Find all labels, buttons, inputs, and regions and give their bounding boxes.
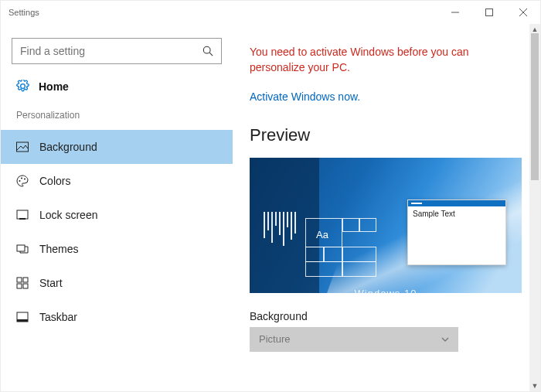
maximize-button[interactable] [472,1,506,24]
lockscreen-icon [16,209,29,221]
sidebar: Home Personalization Background Colors [1,24,233,391]
home-label: Home [39,80,69,93]
svg-point-9 [24,179,26,180]
svg-point-4 [203,46,210,53]
nav-lockscreen[interactable]: Lock screen [1,198,233,232]
main-content: You need to activate Windows before you … [233,24,540,391]
picture-icon [16,141,29,153]
preview-chart-icon [264,212,296,246]
preview-window: Sample Text [407,199,506,265]
svg-rect-11 [19,218,26,220]
home-link[interactable]: Home [1,78,233,102]
background-dropdown[interactable]: Picture [250,327,458,352]
nav-themes[interactable]: Themes [1,232,233,266]
preview-aa: Aa [316,229,328,240]
preview-sample-text: Sample Text [408,206,505,221]
nav-label: Taskbar [39,311,77,323]
scroll-thumb[interactable] [531,33,539,180]
scroll-down-icon[interactable]: ▼ [529,380,540,391]
preview-brand: Windows 10 [355,288,417,293]
search-box[interactable] [12,38,222,64]
chevron-down-icon [441,336,449,343]
nav-taskbar[interactable]: Taskbar [1,300,233,334]
minimize-button[interactable] [438,1,472,24]
close-icon [519,9,527,16]
vertical-scrollbar[interactable]: ▲ ▼ [529,24,540,391]
nav-label: Themes [39,243,79,255]
svg-line-5 [209,53,213,56]
title-bar: Settings [1,1,540,24]
palette-icon [16,175,29,187]
background-label: Background [250,310,523,322]
svg-point-8 [21,178,22,179]
window-controls [438,1,540,24]
svg-rect-12 [17,245,25,251]
svg-rect-18 [17,319,28,322]
maximize-icon [485,9,493,16]
preview-heading: Preview [250,125,523,145]
start-icon [16,277,29,289]
gear-icon [16,80,29,93]
minimize-icon [451,9,459,16]
svg-point-7 [19,180,21,182]
preview-tiles-icon [305,218,390,280]
themes-icon [16,243,29,255]
nav-background[interactable]: Background [1,130,233,164]
nav-label: Colors [39,175,70,187]
background-selected: Picture [259,333,290,345]
nav-label: Background [39,141,97,153]
search-icon [202,46,213,56]
nav-list: Background Colors Lock screen Themes [1,130,233,334]
close-button[interactable] [506,1,540,24]
svg-rect-16 [23,284,28,288]
svg-rect-1 [486,9,493,16]
activation-warning: You need to activate Windows before you … [250,44,523,76]
svg-rect-10 [17,210,28,219]
svg-rect-15 [17,284,22,288]
nav-colors[interactable]: Colors [1,164,233,198]
taskbar-icon [16,311,29,323]
search-input[interactable] [20,45,202,57]
section-header: Personalization [1,102,233,130]
nav-label: Lock screen [39,209,97,221]
window-title: Settings [9,8,39,17]
svg-rect-14 [23,278,28,282]
nav-start[interactable]: Start [1,266,233,300]
preview-thumbnail: Aa Sample Text Windows 10 [250,158,522,293]
svg-rect-13 [17,278,22,282]
activate-link[interactable]: Activate Windows now. [250,90,360,103]
nav-label: Start [39,277,63,289]
